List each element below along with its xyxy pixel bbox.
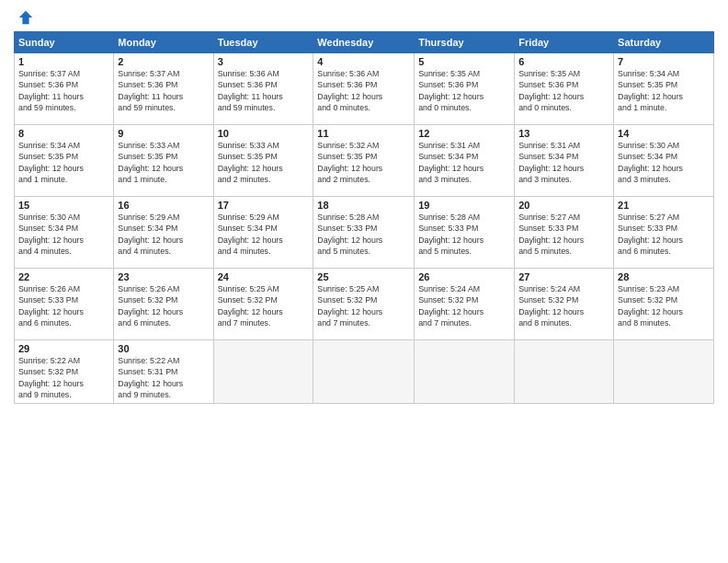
day-number: 9 (118, 128, 209, 139)
calendar-cell: 15Sunrise: 5:30 AM Sunset: 5:34 PM Dayli… (15, 197, 114, 269)
calendar-cell (515, 340, 614, 404)
calendar-cell: 3Sunrise: 5:36 AM Sunset: 5:36 PM Daylig… (213, 53, 313, 125)
calendar-cell: 4Sunrise: 5:36 AM Sunset: 5:36 PM Daylig… (313, 53, 415, 125)
day-number: 21 (618, 200, 710, 211)
page: SundayMondayTuesdayWednesdayThursdayFrid… (0, 0, 728, 563)
calendar-week-4: 22Sunrise: 5:26 AM Sunset: 5:33 PM Dayli… (15, 269, 714, 340)
day-number: 11 (317, 128, 410, 139)
calendar-cell: 30Sunrise: 5:22 AM Sunset: 5:31 PM Dayli… (114, 340, 213, 404)
day-info: Sunrise: 5:28 AM Sunset: 5:33 PM Dayligh… (317, 212, 410, 257)
day-number: 30 (118, 343, 209, 354)
column-header-tuesday: Tuesday (213, 32, 313, 53)
calendar-cell: 2Sunrise: 5:37 AM Sunset: 5:36 PM Daylig… (114, 53, 213, 125)
day-number: 23 (118, 271, 209, 282)
day-info: Sunrise: 5:33 AM Sunset: 5:35 PM Dayligh… (218, 140, 310, 185)
calendar-cell: 6Sunrise: 5:35 AM Sunset: 5:36 PM Daylig… (515, 53, 614, 125)
calendar-cell: 19Sunrise: 5:28 AM Sunset: 5:33 PM Dayli… (415, 197, 515, 269)
day-number: 16 (118, 200, 209, 211)
calendar-week-3: 15Sunrise: 5:30 AM Sunset: 5:34 PM Dayli… (15, 197, 714, 269)
day-number: 26 (418, 271, 510, 282)
day-info: Sunrise: 5:29 AM Sunset: 5:34 PM Dayligh… (218, 212, 310, 257)
calendar-cell: 9Sunrise: 5:33 AM Sunset: 5:35 PM Daylig… (114, 125, 213, 197)
day-info: Sunrise: 5:25 AM Sunset: 5:32 PM Dayligh… (218, 283, 310, 328)
day-info: Sunrise: 5:29 AM Sunset: 5:34 PM Dayligh… (118, 212, 209, 257)
day-number: 14 (618, 128, 710, 139)
day-info: Sunrise: 5:37 AM Sunset: 5:36 PM Dayligh… (18, 68, 109, 113)
day-info: Sunrise: 5:37 AM Sunset: 5:36 PM Dayligh… (118, 68, 209, 113)
day-info: Sunrise: 5:27 AM Sunset: 5:33 PM Dayligh… (518, 212, 609, 257)
column-header-monday: Monday (114, 32, 213, 53)
day-number: 3 (218, 56, 310, 67)
calendar-cell (313, 340, 415, 404)
day-number: 1 (18, 56, 109, 67)
calendar-cell: 11Sunrise: 5:32 AM Sunset: 5:35 PM Dayli… (313, 125, 415, 197)
calendar-cell: 26Sunrise: 5:24 AM Sunset: 5:32 PM Dayli… (415, 269, 515, 340)
day-info: Sunrise: 5:35 AM Sunset: 5:36 PM Dayligh… (518, 68, 609, 113)
calendar-cell: 22Sunrise: 5:26 AM Sunset: 5:33 PM Dayli… (15, 269, 114, 340)
day-info: Sunrise: 5:27 AM Sunset: 5:33 PM Dayligh… (618, 212, 710, 257)
calendar-cell: 27Sunrise: 5:24 AM Sunset: 5:32 PM Dayli… (515, 269, 614, 340)
calendar: SundayMondayTuesdayWednesdayThursdayFrid… (14, 31, 714, 404)
calendar-cell: 25Sunrise: 5:25 AM Sunset: 5:32 PM Dayli… (313, 269, 415, 340)
day-info: Sunrise: 5:30 AM Sunset: 5:34 PM Dayligh… (18, 212, 109, 257)
calendar-cell: 20Sunrise: 5:27 AM Sunset: 5:33 PM Dayli… (515, 197, 614, 269)
day-number: 6 (518, 56, 609, 67)
logo (14, 9, 36, 26)
day-number: 15 (18, 200, 109, 211)
calendar-cell: 12Sunrise: 5:31 AM Sunset: 5:34 PM Dayli… (415, 125, 515, 197)
calendar-week-5: 29Sunrise: 5:22 AM Sunset: 5:32 PM Dayli… (15, 340, 714, 404)
day-info: Sunrise: 5:25 AM Sunset: 5:32 PM Dayligh… (317, 283, 410, 328)
calendar-cell: 24Sunrise: 5:25 AM Sunset: 5:32 PM Dayli… (213, 269, 313, 340)
calendar-cell: 28Sunrise: 5:23 AM Sunset: 5:32 PM Dayli… (614, 269, 714, 340)
day-number: 4 (317, 56, 410, 67)
calendar-cell: 1Sunrise: 5:37 AM Sunset: 5:36 PM Daylig… (15, 53, 114, 125)
calendar-cell: 18Sunrise: 5:28 AM Sunset: 5:33 PM Dayli… (313, 197, 415, 269)
calendar-cell: 14Sunrise: 5:30 AM Sunset: 5:34 PM Dayli… (614, 125, 714, 197)
svg-marker-0 (19, 11, 32, 24)
day-number: 29 (18, 343, 109, 354)
calendar-cell: 17Sunrise: 5:29 AM Sunset: 5:34 PM Dayli… (213, 197, 313, 269)
header (14, 9, 714, 26)
day-info: Sunrise: 5:30 AM Sunset: 5:34 PM Dayligh… (618, 140, 710, 185)
day-number: 18 (317, 200, 410, 211)
day-number: 10 (218, 128, 310, 139)
day-number: 25 (317, 271, 410, 282)
logo-icon (17, 9, 34, 26)
column-header-wednesday: Wednesday (313, 32, 415, 53)
day-info: Sunrise: 5:24 AM Sunset: 5:32 PM Dayligh… (418, 283, 510, 328)
day-info: Sunrise: 5:33 AM Sunset: 5:35 PM Dayligh… (118, 140, 209, 185)
day-info: Sunrise: 5:32 AM Sunset: 5:35 PM Dayligh… (317, 140, 410, 185)
calendar-week-1: 1Sunrise: 5:37 AM Sunset: 5:36 PM Daylig… (15, 53, 714, 125)
day-number: 13 (518, 128, 609, 139)
calendar-cell (415, 340, 515, 404)
day-info: Sunrise: 5:35 AM Sunset: 5:36 PM Dayligh… (418, 68, 510, 113)
day-number: 5 (418, 56, 510, 67)
day-info: Sunrise: 5:26 AM Sunset: 5:32 PM Dayligh… (118, 283, 209, 328)
calendar-cell: 13Sunrise: 5:31 AM Sunset: 5:34 PM Dayli… (515, 125, 614, 197)
day-info: Sunrise: 5:26 AM Sunset: 5:33 PM Dayligh… (18, 283, 109, 328)
calendar-header-row: SundayMondayTuesdayWednesdayThursdayFrid… (15, 32, 714, 53)
day-number: 24 (218, 271, 310, 282)
calendar-cell: 5Sunrise: 5:35 AM Sunset: 5:36 PM Daylig… (415, 53, 515, 125)
day-number: 12 (418, 128, 510, 139)
calendar-cell: 8Sunrise: 5:34 AM Sunset: 5:35 PM Daylig… (15, 125, 114, 197)
day-info: Sunrise: 5:34 AM Sunset: 5:35 PM Dayligh… (18, 140, 109, 185)
day-info: Sunrise: 5:36 AM Sunset: 5:36 PM Dayligh… (218, 68, 310, 113)
day-number: 17 (218, 200, 310, 211)
day-number: 2 (118, 56, 209, 67)
day-number: 20 (518, 200, 609, 211)
day-number: 22 (18, 271, 109, 282)
day-info: Sunrise: 5:23 AM Sunset: 5:32 PM Dayligh… (618, 283, 710, 328)
calendar-cell (614, 340, 714, 404)
calendar-cell: 10Sunrise: 5:33 AM Sunset: 5:35 PM Dayli… (213, 125, 313, 197)
column-header-thursday: Thursday (415, 32, 515, 53)
calendar-cell: 16Sunrise: 5:29 AM Sunset: 5:34 PM Dayli… (114, 197, 213, 269)
day-number: 19 (418, 200, 510, 211)
calendar-cell: 7Sunrise: 5:34 AM Sunset: 5:35 PM Daylig… (614, 53, 714, 125)
day-number: 28 (618, 271, 710, 282)
day-number: 7 (618, 56, 710, 67)
day-info: Sunrise: 5:31 AM Sunset: 5:34 PM Dayligh… (418, 140, 510, 185)
calendar-week-2: 8Sunrise: 5:34 AM Sunset: 5:35 PM Daylig… (15, 125, 714, 197)
calendar-cell (213, 340, 313, 404)
column-header-saturday: Saturday (614, 32, 714, 53)
